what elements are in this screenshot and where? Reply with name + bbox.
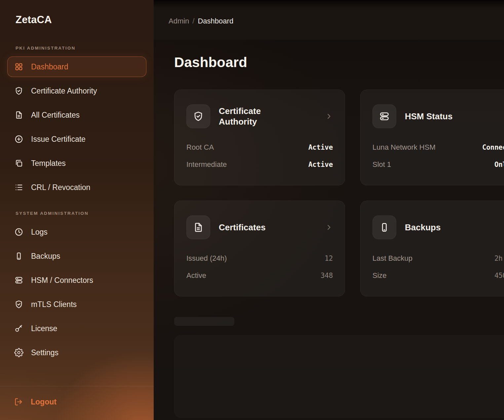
shield-check-icon — [14, 86, 23, 95]
sidebar-item-label: Templates — [31, 159, 66, 168]
sidebar-item-label: Certificate Authority — [31, 87, 97, 95]
stat-row: Last Backup 2h ago — [372, 250, 504, 267]
sidebar-item-hsm-connectors[interactable]: HSM / Connectors — [7, 270, 146, 290]
nav-section-system: SYSTEM ADMINISTRATION Logs Backups HSM /… — [0, 211, 154, 363]
stat-label: Intermediate — [186, 160, 227, 169]
topbar: Admin / Dashboard — [154, 0, 504, 40]
sidebar-item-settings[interactable]: Settings — [7, 342, 146, 363]
server-icon — [14, 276, 23, 285]
grid-icon — [14, 62, 23, 71]
stat-label: Size — [372, 271, 387, 280]
gear-icon — [14, 348, 23, 357]
card-rows: Luna Network HSM Connected Slot 1 Online — [372, 139, 504, 173]
stat-row: Slot 1 Online — [372, 156, 504, 173]
stat-label: Active — [186, 271, 206, 280]
stat-value: 2h ago — [494, 254, 504, 262]
sidebar-footer: Logout — [0, 386, 154, 420]
nav-section-label: PKI ADMINISTRATION — [16, 46, 154, 51]
card-backups[interactable]: Backups Last Backup 2h ago Size 450 MB — [360, 201, 504, 296]
logout-icon — [14, 397, 23, 406]
chevron-right-icon — [325, 223, 333, 231]
card-title: HSM Status — [405, 111, 452, 122]
sidebar-item-label: HSM / Connectors — [31, 276, 93, 285]
sidebar-item-license[interactable]: License — [7, 318, 146, 339]
stat-value: Active — [308, 143, 333, 151]
card-title: Backups — [405, 222, 441, 233]
chevron-right-icon — [325, 112, 333, 120]
device-icon — [14, 251, 23, 261]
sidebar-item-label: All Certificates — [31, 111, 80, 120]
skeleton-placeholder-panel — [174, 335, 504, 418]
sidebar-item-label: Settings — [31, 348, 58, 357]
sidebar-item-all-certificates[interactable]: All Certificates — [7, 105, 146, 125]
sidebar-item-logs[interactable]: Logs — [7, 222, 146, 242]
card-rows: Issued (24h) 12 Active 348 — [186, 250, 333, 284]
document-icon — [14, 110, 23, 120]
server-icon — [372, 104, 396, 128]
logout-label: Logout — [31, 398, 57, 406]
stat-row: Active 348 — [186, 267, 333, 284]
card-title: Certificates — [219, 222, 266, 233]
stat-value: 348 — [321, 272, 333, 280]
card-rows: Root CA Active Intermediate Active — [186, 139, 333, 173]
key-icon — [14, 324, 23, 333]
sidebar-item-label: Dashboard — [31, 62, 68, 71]
breadcrumb: Admin / Dashboard — [169, 17, 233, 25]
breadcrumb-current-page: Dashboard — [198, 17, 233, 25]
card-title: Certificate Authority — [219, 106, 288, 127]
plus-circle-icon — [14, 134, 23, 144]
card-header: Certificates — [186, 215, 333, 239]
sidebar-item-backups[interactable]: Backups — [7, 246, 146, 266]
stat-row: Root CA Active — [186, 139, 333, 156]
sidebar-item-label: mTLS Clients — [31, 300, 77, 309]
stat-row: Size 450 MB — [372, 267, 504, 284]
breadcrumb-admin[interactable]: Admin — [169, 17, 189, 25]
stat-label: Root CA — [186, 143, 214, 152]
document-icon — [186, 215, 210, 239]
sidebar-item-templates[interactable]: Templates — [7, 153, 146, 173]
sidebar-nav: PKI ADMINISTRATION Dashboard Certificate… — [0, 46, 154, 386]
sidebar-item-label: Backups — [31, 252, 60, 261]
app-logo: ZetaCA — [0, 0, 154, 26]
sidebar-item-issue-certificate[interactable]: Issue Certificate — [7, 129, 146, 149]
card-header: Backups — [372, 215, 504, 239]
stat-row: Luna Network HSM Connected — [372, 139, 504, 156]
sidebar: ZetaCA PKI ADMINISTRATION Dashboard Cert… — [0, 0, 154, 420]
clock-icon — [14, 227, 23, 237]
nav-section-label: SYSTEM ADMINISTRATION — [16, 211, 154, 216]
sidebar-item-crl-revocation[interactable]: CRL / Revocation — [7, 177, 146, 198]
shield-check-icon — [186, 104, 210, 128]
card-header: Certificate Authority — [186, 104, 333, 128]
breadcrumb-separator: / — [192, 17, 194, 25]
sidebar-item-mtls-clients[interactable]: mTLS Clients — [7, 294, 146, 315]
skeleton-placeholder-bar — [174, 317, 234, 326]
page-title: Dashboard — [174, 55, 504, 70]
stat-value: Connected — [482, 143, 504, 151]
card-certificate-authority[interactable]: Certificate Authority Root CA Active Int… — [174, 90, 345, 185]
nav-section-pki: PKI ADMINISTRATION Dashboard Certificate… — [0, 46, 154, 198]
stat-value: Active — [308, 161, 333, 169]
stat-row: Intermediate Active — [186, 156, 333, 173]
sidebar-item-label: Logs — [31, 228, 48, 237]
card-rows: Last Backup 2h ago Size 450 MB — [372, 250, 504, 284]
logout-button[interactable]: Logout — [7, 392, 146, 411]
sidebar-item-dashboard[interactable]: Dashboard — [7, 57, 146, 77]
sidebar-item-label: License — [31, 324, 57, 333]
stat-row: Issued (24h) 12 — [186, 250, 333, 267]
copy-icon — [14, 159, 23, 168]
stat-value: 12 — [325, 254, 333, 262]
card-header: HSM Status — [372, 104, 504, 128]
stat-value: Online — [494, 161, 504, 169]
sidebar-item-label: Issue Certificate — [31, 135, 86, 144]
dashboard-content: Dashboard Certificate Authority Root CA … — [154, 40, 504, 418]
stat-label: Last Backup — [372, 254, 412, 263]
stat-label: Issued (24h) — [186, 254, 227, 263]
sidebar-item-label: CRL / Revocation — [31, 183, 90, 192]
stat-cards-grid: Certificate Authority Root CA Active Int… — [174, 90, 504, 296]
sidebar-item-certificate-authority[interactable]: Certificate Authority — [7, 81, 146, 101]
list-icon — [14, 183, 23, 192]
card-certificates[interactable]: Certificates Issued (24h) 12 Active 348 — [174, 201, 345, 296]
stat-value: 450 MB — [494, 272, 504, 280]
card-hsm-status[interactable]: HSM Status Luna Network HSM Connected Sl… — [360, 90, 504, 185]
stat-label: Luna Network HSM — [372, 143, 436, 152]
